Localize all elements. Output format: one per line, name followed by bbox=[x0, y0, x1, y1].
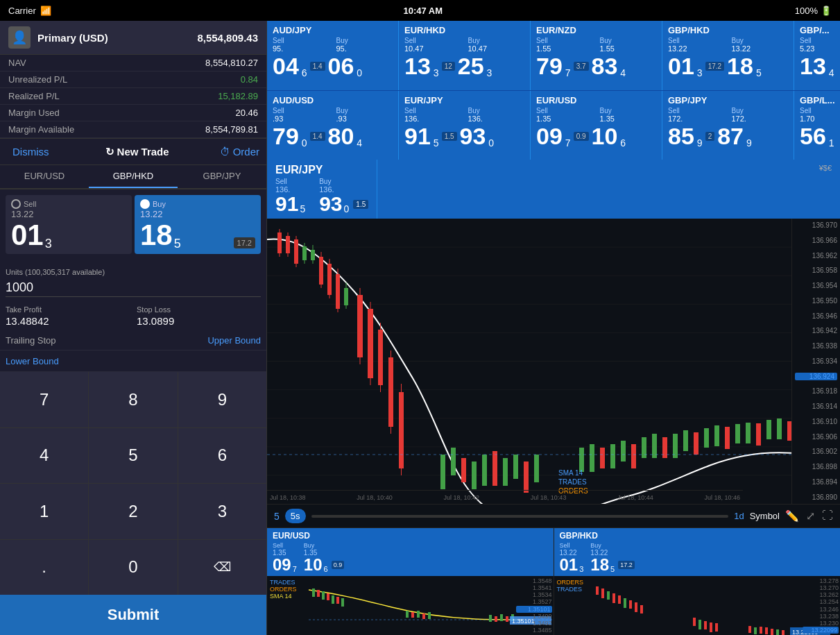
numpad-key-9[interactable]: 9 bbox=[178, 372, 266, 427]
ticker-pair-2: EUR/NZD bbox=[536, 25, 656, 35]
ticker2-pair-2: EUR/USD bbox=[536, 95, 656, 105]
account-name: Primary (USD) bbox=[37, 32, 190, 44]
stop-loss-value[interactable]: 13.0899 bbox=[137, 315, 261, 327]
tab-gbpjpy[interactable]: GBP/JPY bbox=[178, 165, 266, 188]
take-profit-item: Take Profit 13.48842 bbox=[6, 305, 130, 327]
price-label-12: 136.914 bbox=[795, 403, 837, 410]
svg-rect-41 bbox=[482, 455, 487, 486]
buy-sell-row: Sell 13.22 01 3 Buy 13.22 bbox=[6, 195, 261, 254]
numpad-key-2[interactable]: 2 bbox=[89, 484, 177, 539]
new-trade-button[interactable]: ↻ New Trade bbox=[63, 146, 212, 158]
time-label-3: Jul 18, 10:42 bbox=[444, 494, 480, 501]
tab-eurusd[interactable]: EUR/USD bbox=[0, 165, 89, 188]
realized-row: Realized P/L 15,182.89 bbox=[0, 88, 266, 105]
units-label: Units (100,305,317 available) bbox=[6, 268, 261, 276]
ticker2-item-GBPL...[interactable]: GBP/L... Sell 1.70 Buy 56 1 bbox=[794, 91, 840, 160]
take-profit-label: Take Profit bbox=[6, 305, 130, 314]
ticker2-item-AUDUSD[interactable]: AUD/USD Sell .93 Buy .93 79 0 1.4 80 4 bbox=[267, 91, 399, 160]
dismiss-button[interactable]: Dismiss bbox=[7, 143, 55, 160]
svg-rect-107 bbox=[612, 593, 615, 603]
upper-bound-label[interactable]: Upper Bound bbox=[207, 335, 261, 346]
mini-chart-body-gbphkd: ORDERS TRADES bbox=[554, 576, 841, 635]
ticker-item-AUDJPY[interactable]: AUD/JPY Sell 95. Buy 95. 04 6 1.4 06 0 bbox=[267, 21, 399, 90]
price-label-18: 136.890 bbox=[795, 493, 837, 501]
price-label-2: 136.966 bbox=[795, 237, 837, 244]
ticker2-item-GBPJPY[interactable]: GBP/JPY Sell 172. Buy 172. 85 9 2 87 9 bbox=[662, 91, 794, 160]
numpad-key-5[interactable]: 5 bbox=[89, 428, 177, 484]
lower-bound-row: Lower Bound bbox=[0, 350, 266, 372]
sell-radio[interactable] bbox=[11, 199, 21, 209]
buy-radio[interactable] bbox=[140, 199, 150, 209]
numpad-key-7[interactable]: 7 bbox=[0, 372, 88, 427]
units-input[interactable] bbox=[6, 279, 261, 297]
chart-tb-icons: ✏️ ⤢ ⛶ bbox=[785, 509, 833, 523]
time-label-6: Jul 18, 10:46 bbox=[704, 494, 740, 501]
take-profit-value[interactable]: 13.48842 bbox=[6, 315, 130, 327]
numpad-key-0[interactable]: 0 bbox=[89, 540, 177, 595]
numpad-key-1[interactable]: 1 bbox=[0, 484, 88, 539]
buy-price-big: 18 bbox=[140, 221, 173, 250]
mini-pair-eurusd: EUR/USD bbox=[273, 531, 548, 541]
numpad-key-3[interactable]: 3 bbox=[178, 484, 266, 539]
svg-rect-65 bbox=[766, 420, 771, 439]
svg-text:TRADES: TRADES bbox=[558, 478, 587, 486]
svg-rect-119 bbox=[754, 627, 757, 634]
numpad-key-8[interactable]: 8 bbox=[89, 372, 177, 427]
lower-bound-label[interactable]: Lower Bound bbox=[6, 356, 59, 366]
ticker-item-GBP...[interactable]: GBP/... Sell 5.23 Buy 13 4 bbox=[794, 21, 840, 90]
svg-rect-99 bbox=[500, 614, 503, 621]
action-bar: Dismiss ↻ New Trade ⏱ Order bbox=[0, 139, 266, 165]
svg-rect-86 bbox=[317, 590, 320, 597]
wifi-icon: 📶 bbox=[40, 6, 51, 16]
svg-rect-110 bbox=[629, 600, 632, 609]
svg-rect-117 bbox=[715, 623, 718, 632]
fullscreen-icon[interactable]: ⛶ bbox=[822, 509, 833, 523]
chart-tb-1d[interactable]: 1d bbox=[734, 511, 744, 521]
chart-timeline-slider[interactable] bbox=[311, 515, 729, 518]
sell-side[interactable]: Sell 13.22 01 3 bbox=[6, 195, 132, 254]
stop-loss-item: Stop Loss 13.0899 bbox=[137, 305, 261, 327]
chart-sell-big-row: 91 5 bbox=[275, 194, 305, 214]
ticker-item-EURHKD[interactable]: EUR/HKD Sell 10.47 Buy 10.47 13 3 12 25 … bbox=[399, 21, 531, 90]
svg-rect-50 bbox=[610, 444, 615, 468]
expand-icon[interactable]: ⤢ bbox=[806, 509, 815, 523]
svg-rect-123 bbox=[776, 629, 779, 635]
chart-toolbar: 5 5s 1d Symbol ✏️ ⤢ ⛶ bbox=[267, 504, 840, 527]
trailing-stop-label: Trailing Stop bbox=[6, 335, 207, 346]
order-button[interactable]: ⏱ Order bbox=[220, 146, 259, 158]
svg-rect-87 bbox=[322, 591, 325, 600]
chart-buy-big: 93 bbox=[319, 194, 342, 214]
ticker2-pair-0: AUD/USD bbox=[273, 95, 393, 105]
ticker-item-GBPHKD[interactable]: GBP/HKD Sell 13.22 Buy 13.22 01 3 17.2 1… bbox=[662, 21, 794, 90]
numpad-key-4[interactable]: 4 bbox=[0, 428, 88, 484]
ticker2-item-EURUSD[interactable]: EUR/USD Sell 1.35 Buy 1.35 09 7 0.9 10 6 bbox=[531, 91, 662, 160]
mini-prices-eurusd: Sell 1.35 09 7 Buy 1.35 10 bbox=[273, 542, 548, 573]
submit-button[interactable]: Submit bbox=[0, 595, 266, 635]
svg-rect-95 bbox=[422, 613, 425, 619]
chart-tb-period[interactable]: 5s bbox=[285, 509, 306, 523]
delete-key[interactable]: ⌫ bbox=[178, 540, 266, 595]
svg-rect-122 bbox=[771, 629, 773, 635]
svg-rect-111 bbox=[635, 602, 637, 612]
chart-pair-name: EUR/JPY bbox=[275, 164, 368, 176]
svg-rect-118 bbox=[748, 626, 751, 633]
mini-buy-big-val-gbphkd: 18 bbox=[590, 557, 609, 573]
numpad-key-.[interactable]: . bbox=[0, 540, 88, 595]
ticker-pair-0: AUD/JPY bbox=[273, 25, 393, 35]
chart-tb-symbol[interactable]: Symbol bbox=[750, 511, 780, 521]
price-label-6: 136.950 bbox=[795, 297, 837, 305]
mini-sell-big-val-eurusd: 09 bbox=[273, 557, 291, 573]
svg-rect-90 bbox=[336, 597, 339, 604]
tab-gbphkd[interactable]: GBP/HKD bbox=[89, 165, 178, 188]
ticker2-item-EURJPY[interactable]: EUR/JPY Sell 136. Buy 136. 91 5 1.5 93 0 bbox=[399, 91, 531, 160]
buy-side[interactable]: Buy 13.22 18 5 17.2 bbox=[135, 195, 261, 254]
mini-sell-big-val-gbphkd: 01 bbox=[560, 557, 578, 573]
draw-icon[interactable]: ✏️ bbox=[785, 509, 799, 523]
ticker-item-EURNZD[interactable]: EUR/NZD Sell 1.55 Buy 1.55 79 7 3.7 83 4 bbox=[531, 21, 662, 90]
mini-chart-gbphkd: GBP/HKD Sell 13.22 01 3 Buy 13.2 bbox=[554, 528, 841, 635]
chart-tb-num: 5 bbox=[274, 511, 280, 522]
status-time: 10:47 AM bbox=[403, 6, 443, 16]
time-axis: Jul 18, 10:38 Jul 18, 10:40 Jul 18, 10:4… bbox=[267, 490, 743, 504]
numpad-key-6[interactable]: 6 bbox=[178, 428, 266, 484]
unrealized-value: 0.84 bbox=[241, 74, 258, 85]
